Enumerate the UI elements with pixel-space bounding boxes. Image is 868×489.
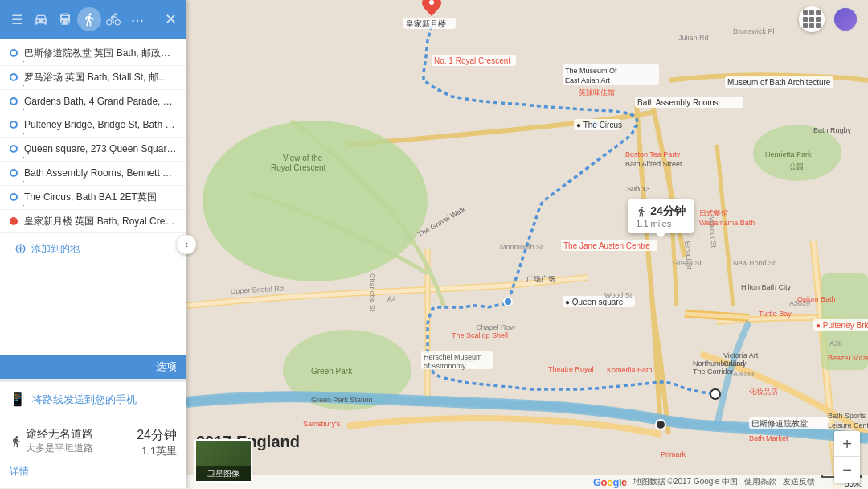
- svg-text:Hilton Bath City: Hilton Bath City: [741, 283, 792, 291]
- svg-text:Theatre Royal: Theatre Royal: [548, 365, 594, 373]
- route-dot-mid: [10, 97, 18, 105]
- svg-text:Chapel Row: Chapel Row: [476, 323, 516, 331]
- close-btn[interactable]: ✕: [159, 8, 182, 31]
- svg-text:Henrietta Park: Henrietta Park: [765, 150, 812, 158]
- add-destination-btn[interactable]: ⊕ 添加到的地: [0, 233, 186, 264]
- svg-text:The Jane Austen Centre: The Jane Austen Centre: [563, 241, 650, 250]
- svg-text:● The Circus: ● The Circus: [576, 121, 622, 129]
- route-item-text: 巴斯修道院教堂 英国 Bath, 邮政编码: B: [24, 47, 177, 60]
- options-label: 选项: [156, 360, 177, 372]
- more-btn[interactable]: ···: [125, 7, 149, 31]
- add-dest-label: 添加到的地: [31, 242, 80, 256]
- list-item[interactable]: Pulteney Bridge, Bridge St, Bath BA2 4/: [0, 113, 186, 138]
- svg-text:A3039: A3039: [733, 370, 754, 378]
- route-dot-mid: [10, 145, 18, 153]
- svg-text:Bath Assembly Rooms: Bath Assembly Rooms: [637, 98, 719, 107]
- bubble-distance: 1.1 miles: [636, 219, 686, 228]
- route-item-text: The Circus, Bath BA1 2ET英国: [24, 191, 177, 204]
- walk-btn[interactable]: [77, 7, 101, 31]
- route-dot-end: [10, 217, 18, 225]
- route-distance: 1.1英里: [137, 444, 177, 458]
- svg-text:Bath Rugby: Bath Rugby: [813, 126, 852, 134]
- drive-btn[interactable]: [29, 7, 53, 31]
- route-line: [23, 205, 24, 206]
- route-line: [23, 85, 24, 86]
- svg-text:Charlotte St: Charlotte St: [368, 273, 376, 312]
- zoom-controls: + −: [834, 431, 860, 483]
- svg-text:Boston Tea Party: Boston Tea Party: [625, 150, 681, 158]
- svg-text:The Corridor: The Corridor: [693, 368, 734, 376]
- svg-text:View of the: View of the: [283, 154, 323, 162]
- bike-btn[interactable]: [101, 7, 125, 31]
- map-background: View of the Royal Crescent Green Park He…: [186, 0, 868, 489]
- svg-text:New Bond St: New Bond St: [733, 259, 776, 267]
- route-dot-start: [10, 49, 18, 57]
- route-subtitle: 大多是平坦道路: [26, 442, 93, 455]
- map-svg: View of the Royal Crescent Green Park He…: [186, 0, 868, 489]
- svg-text:Green St: Green St: [673, 259, 702, 267]
- svg-point-10: [504, 298, 512, 306]
- apps-btn[interactable]: [799, 6, 825, 32]
- bubble-time: 24分钟: [650, 204, 686, 219]
- details-link[interactable]: 详情: [10, 465, 29, 479]
- route-line: [23, 109, 24, 110]
- collapse-sidebar-btn[interactable]: ‹: [177, 235, 196, 254]
- menu-btn[interactable]: ☰: [5, 7, 29, 31]
- svg-point-11: [710, 389, 720, 399]
- route-list: 巴斯修道院教堂 英国 Bath, 邮政编码: B 罗马浴场 英国 Bath, S…: [0, 39, 186, 355]
- list-item[interactable]: Bath Assembly Rooms, Bennett St, Ba: [0, 162, 186, 186]
- route-name: 途经无名道路: [26, 427, 93, 442]
- zoom-in-btn[interactable]: +: [834, 431, 860, 457]
- satellite-toggle[interactable]: 卫星图像: [194, 439, 252, 483]
- svg-text:公园: 公园: [789, 162, 804, 171]
- user-avatar[interactable]: [833, 6, 858, 32]
- route-dot-mid: [10, 121, 18, 129]
- route-line: [23, 181, 24, 182]
- phone-icon: 📱: [10, 392, 26, 407]
- list-item[interactable]: Queen square, 273 Queen Square, Bath...: [0, 138, 186, 162]
- map-bottom-controls: 卫星图像 + −: [186, 425, 868, 489]
- zoom-out-btn[interactable]: −: [834, 457, 860, 483]
- route-item-text: 罗马浴场 英国 Bath, Stall St, 邮政编码:: [24, 71, 177, 84]
- satellite-label: 卫星图像: [196, 466, 251, 481]
- route-line: [23, 61, 24, 62]
- route-item-text: Pulteney Bridge, Bridge St, Bath BA2 4/: [24, 118, 177, 132]
- svg-text:Wood St: Wood St: [604, 291, 633, 299]
- route-item-text: 皇家新月楼 英国 Bath, Royal Cres, 邮...: [24, 215, 177, 228]
- route-dot-mid: [10, 169, 18, 177]
- transit-btn[interactable]: [53, 7, 77, 31]
- send-phone-btn[interactable]: 📱 将路线发送到您的手机: [0, 382, 186, 417]
- transport-bar: ☰ ··· ✕: [0, 0, 186, 39]
- map-area[interactable]: View of the Royal Crescent Green Park He…: [186, 0, 868, 489]
- route-dot-mid: [10, 193, 18, 201]
- svg-text:Gallery: Gallery: [723, 360, 747, 368]
- route-item-text: Queen square, 273 Queen Square, Bath...: [24, 142, 177, 156]
- svg-text:Museum of Bath Architecture: Museum of Bath Architecture: [727, 78, 831, 87]
- list-item[interactable]: 罗马浴场 英国 Bath, Stall St, 邮政编码:: [0, 66, 186, 90]
- map-topbar: [186, 0, 868, 39]
- list-item[interactable]: 皇家新月楼 英国 Bath, Royal Cres, 邮...: [0, 210, 186, 234]
- route-info-bubble[interactable]: 24分钟 1.1 miles: [628, 199, 694, 233]
- options-bar[interactable]: 选项: [0, 355, 186, 379]
- svg-text:广场广场: 广场广场: [526, 275, 555, 283]
- list-item[interactable]: 巴斯修道院教堂 英国 Bath, 邮政编码: B: [0, 42, 186, 66]
- svg-text:A4: A4: [387, 294, 397, 303]
- list-item[interactable]: Gardens Bath, 4 Grand Parade, Bath Ba: [0, 90, 186, 114]
- sidebar: ☰ ··· ✕ 巴斯修道院教堂 英国 Bath, 邮政编码: B: [0, 0, 186, 489]
- list-item[interactable]: The Circus, Bath BA1 2ET英国: [0, 186, 186, 210]
- route-item-text: Bath Assembly Rooms, Bennett St, Ba: [24, 166, 177, 180]
- route-title-row: 途经无名道路 大多是平坦道路 24分钟 1.1英里: [10, 427, 177, 458]
- route-line: [23, 157, 24, 158]
- svg-text:化妆品店: 化妆品店: [749, 388, 778, 396]
- svg-text:Turtle Bay: Turtle Bay: [759, 310, 792, 318]
- svg-text:Victoria Art: Victoria Art: [723, 351, 759, 360]
- svg-point-1: [203, 121, 428, 281]
- svg-text:A36: A36: [829, 339, 842, 347]
- route-time: 24分钟: [137, 427, 177, 444]
- svg-text:The Scallop Shell: The Scallop Shell: [452, 331, 508, 339]
- route-item-text: Gardens Bath, 4 Grand Parade, Bath Ba: [24, 95, 177, 109]
- svg-text:Herschel Museum: Herschel Museum: [424, 353, 482, 361]
- svg-text:The Museum Of: The Museum Of: [565, 67, 617, 75]
- svg-text:英辣味佳馆: 英辣味佳馆: [579, 88, 615, 97]
- svg-text:No. 1 Royal Crescent: No. 1 Royal Crescent: [434, 56, 510, 65]
